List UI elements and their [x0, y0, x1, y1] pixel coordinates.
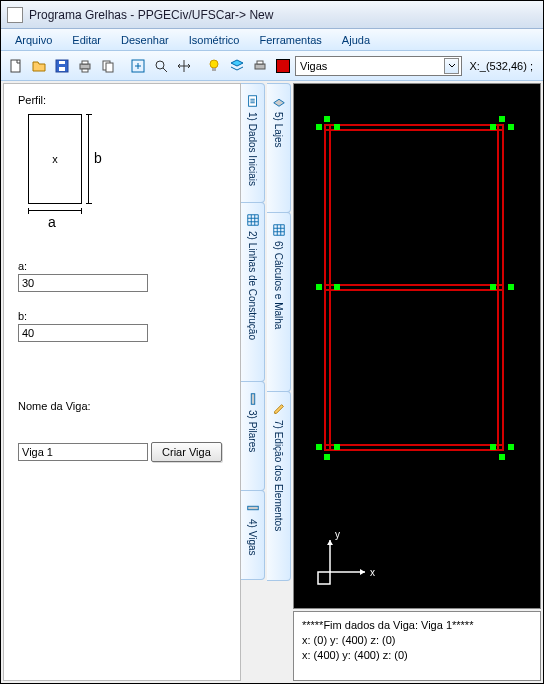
svg-rect-20: [318, 572, 330, 584]
tab-strip-col2: 5) Lajes 6) Cálculos e Malha 7) Edição d…: [267, 83, 293, 681]
zoom-button[interactable]: [150, 55, 172, 77]
tab-label: 1) Dados Iniciais: [247, 112, 258, 186]
svg-rect-0: [11, 60, 20, 72]
svg-rect-16: [251, 394, 255, 405]
node: [490, 284, 496, 290]
content-area: Perfil: x b a a: b: Nome da Viga: Criar …: [1, 81, 543, 683]
tab-lajes[interactable]: 5) Lajes: [267, 83, 291, 213]
label-nome-viga: Nome da Viga:: [18, 400, 226, 412]
svg-rect-12: [212, 68, 216, 71]
pan-button[interactable]: [173, 55, 195, 77]
svg-point-10: [156, 61, 164, 69]
drawing-viewport[interactable]: x y: [293, 83, 541, 609]
tab-label: 4) Vigas: [247, 519, 258, 556]
node: [324, 116, 330, 122]
tab-strip-col1: 1) Dados Iniciais 2) Linhas de Construçã…: [241, 83, 267, 681]
dim-a-line: [28, 210, 82, 211]
window-title: Programa Grelhas - PPGECiv/UFSCar-> New: [29, 8, 273, 22]
menu-isometrico[interactable]: Isométrico: [179, 31, 250, 49]
console-line: *****Fim dados da Viga: Viga 1*****: [302, 618, 532, 633]
console-line: x: (400) y: (400) z: (0): [302, 648, 532, 663]
tab-calculos-malha[interactable]: 6) Cálculos e Malha: [267, 212, 291, 392]
tab-label: 5) Lajes: [273, 112, 284, 148]
chevron-down-icon: [444, 58, 459, 74]
svg-rect-17: [247, 506, 258, 510]
node: [316, 284, 322, 290]
menu-desenhar[interactable]: Desenhar: [111, 31, 179, 49]
tab-label: 3) Pilares: [247, 410, 258, 452]
open-file-button[interactable]: [28, 55, 50, 77]
menu-arquivo[interactable]: Arquivo: [5, 31, 62, 49]
svg-rect-2: [59, 67, 65, 71]
axes-icon: x y: [310, 522, 380, 592]
beam-right: [497, 124, 504, 451]
menu-ajuda[interactable]: Ajuda: [332, 31, 380, 49]
slab-icon: [272, 94, 286, 108]
node: [508, 444, 514, 450]
copy-button[interactable]: [97, 55, 119, 77]
new-file-button[interactable]: [5, 55, 27, 77]
svg-rect-3: [59, 61, 65, 64]
profile-x-mark: x: [52, 153, 58, 165]
app-icon: [7, 7, 23, 23]
tab-edicao-elementos[interactable]: 7) Edição dos Elementos: [267, 391, 291, 581]
lightbulb-button[interactable]: [203, 55, 225, 77]
output-console[interactable]: *****Fim dados da Viga: Viga 1***** x: (…: [293, 611, 541, 681]
save-button[interactable]: [51, 55, 73, 77]
toolbar: Vigas X:_(532,46) ;: [1, 51, 543, 81]
svg-point-11: [210, 60, 218, 68]
node: [334, 444, 340, 450]
right-stack: x y *****Fim dados da Viga: Viga 1***** …: [293, 83, 541, 681]
node: [508, 284, 514, 290]
edit-icon: [272, 402, 286, 416]
tab-pilares[interactable]: 3) Pilares: [241, 381, 265, 491]
node: [316, 444, 322, 450]
mesh-icon: [272, 223, 286, 237]
svg-text:y: y: [335, 529, 340, 540]
beam-mid: [324, 284, 504, 291]
node: [490, 444, 496, 450]
column-icon: [246, 392, 260, 406]
profile-rect: x: [28, 114, 82, 204]
menu-editar[interactable]: Editar: [62, 31, 111, 49]
dim-b-label: b: [94, 150, 102, 166]
menubar: Arquivo Editar Desenhar Isométrico Ferra…: [1, 29, 543, 51]
input-a[interactable]: [18, 274, 148, 292]
input-nome-viga[interactable]: [18, 443, 148, 461]
beam-icon: [246, 501, 260, 515]
tab-dados-iniciais[interactable]: 1) Dados Iniciais: [241, 83, 265, 203]
document-icon: [246, 94, 260, 108]
svg-rect-5: [82, 61, 88, 64]
node: [499, 116, 505, 122]
properties-panel: Perfil: x b a a: b: Nome da Viga: Criar …: [3, 83, 241, 681]
tab-label: 2) Linhas de Construção: [247, 231, 258, 340]
print2-button[interactable]: [249, 55, 271, 77]
layers-button[interactable]: [226, 55, 248, 77]
tab-label: 7) Edição dos Elementos: [273, 420, 284, 531]
svg-rect-8: [106, 63, 113, 72]
node: [324, 454, 330, 460]
tab-linhas-construcao[interactable]: 2) Linhas de Construção: [241, 202, 265, 382]
svg-text:x: x: [370, 567, 375, 578]
layer-dropdown[interactable]: Vigas: [295, 56, 462, 76]
node: [499, 454, 505, 460]
tab-vigas[interactable]: 4) Vigas: [241, 490, 265, 580]
titlebar: Programa Grelhas - PPGECiv/UFSCar-> New: [1, 1, 543, 29]
svg-rect-13: [255, 64, 265, 69]
profile-diagram: x b a: [18, 110, 108, 230]
label-a: a:: [18, 260, 226, 272]
input-b[interactable]: [18, 324, 148, 342]
coord-readout: X:_(532,46) ;: [463, 60, 539, 72]
svg-rect-14: [257, 61, 263, 64]
svg-rect-4: [80, 64, 90, 69]
perfil-label: Perfil:: [18, 94, 226, 106]
print-button[interactable]: [74, 55, 96, 77]
layer-selected-label: Vigas: [300, 60, 327, 72]
zoom-extents-button[interactable]: [127, 55, 149, 77]
menu-ferramentas[interactable]: Ferramentas: [250, 31, 332, 49]
node: [334, 124, 340, 130]
beam-bottom: [324, 444, 504, 451]
beam-top: [324, 124, 504, 131]
tab-label: 6) Cálculos e Malha: [273, 241, 284, 329]
criar-viga-button[interactable]: Criar Viga: [151, 442, 222, 462]
